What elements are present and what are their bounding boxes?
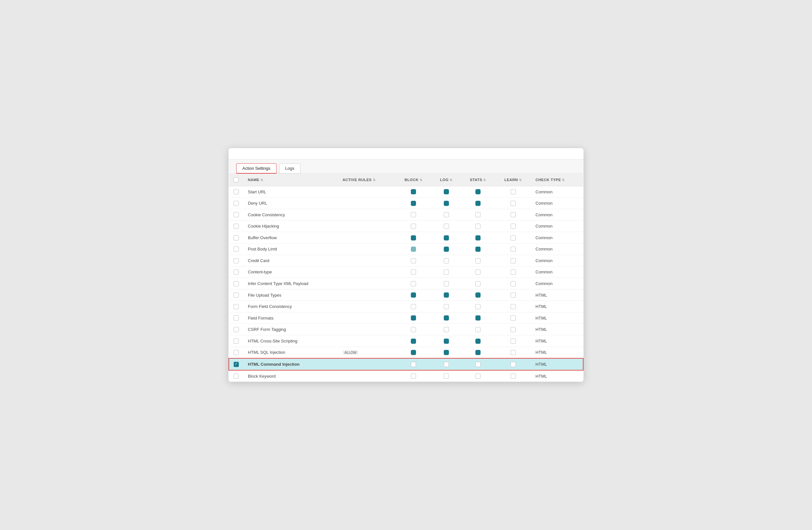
block-checkbox[interactable] <box>411 339 416 344</box>
table-row[interactable]: Cookie HijackingCommon <box>229 220 583 232</box>
learn-checkbox[interactable] <box>510 304 516 309</box>
learn-checkbox[interactable] <box>510 339 516 344</box>
learn-checkbox[interactable] <box>510 270 516 275</box>
stats-checkbox[interactable] <box>475 270 481 275</box>
log-checkbox[interactable] <box>444 292 449 298</box>
learn-checkbox[interactable] <box>510 235 516 241</box>
stats-checkbox[interactable] <box>475 201 481 206</box>
block-checkbox[interactable] <box>411 350 416 355</box>
tab-logs[interactable]: Logs <box>279 163 301 174</box>
stats-checkbox[interactable] <box>475 362 481 367</box>
block-checkbox[interactable] <box>411 281 416 286</box>
block-checkbox[interactable] <box>411 327 416 332</box>
block-checkbox[interactable] <box>411 304 416 309</box>
table-row[interactable]: Block KeywordHTML <box>229 370 583 382</box>
col-header-name[interactable]: NAME <box>243 174 338 186</box>
col-header-stats[interactable]: STATS <box>461 174 495 186</box>
log-checkbox[interactable] <box>444 339 449 344</box>
row-checkbox[interactable] <box>234 292 239 298</box>
learn-checkbox[interactable] <box>510 350 516 355</box>
log-checkbox[interactable] <box>444 373 449 378</box>
table-row[interactable]: Field FormatsHTML <box>229 312 583 324</box>
block-checkbox[interactable] <box>411 201 416 206</box>
stats-checkbox[interactable] <box>475 247 481 252</box>
select-all-checkbox[interactable] <box>233 177 238 182</box>
block-checkbox[interactable] <box>411 212 416 217</box>
block-checkbox[interactable] <box>411 292 416 298</box>
learn-checkbox[interactable] <box>510 224 516 229</box>
table-row[interactable]: Buffer OverflowCommon <box>229 232 583 243</box>
log-checkbox[interactable] <box>444 281 449 286</box>
stats-checkbox[interactable] <box>475 281 481 286</box>
log-checkbox[interactable] <box>444 201 449 206</box>
block-checkbox[interactable] <box>411 270 416 275</box>
stats-checkbox[interactable] <box>475 373 481 378</box>
block-checkbox[interactable] <box>411 373 416 378</box>
table-row[interactable]: HTML Cross-Site ScriptingHTML <box>229 335 583 347</box>
log-checkbox[interactable] <box>444 315 449 320</box>
stats-checkbox[interactable] <box>475 327 481 332</box>
close-button[interactable] <box>572 154 576 155</box>
table-row[interactable]: CSRF Form TaggingHTML <box>229 324 583 335</box>
col-header-active_rules[interactable]: ACTIVE RULES <box>338 174 395 186</box>
block-checkbox[interactable] <box>411 315 416 320</box>
table-row[interactable]: Cookie ConsistencyCommon <box>229 209 583 220</box>
table-row[interactable]: Content-typeCommon <box>229 266 583 278</box>
row-checkbox[interactable] <box>234 350 239 355</box>
learn-checkbox[interactable] <box>510 373 516 378</box>
learn-checkbox[interactable] <box>510 327 516 332</box>
table-row[interactable]: File Upload TypesHTML <box>229 289 583 301</box>
log-checkbox[interactable] <box>444 327 449 332</box>
table-row[interactable]: HTML SQL InjectionALLOWHTML <box>229 347 583 358</box>
row-checkbox[interactable] <box>234 201 239 206</box>
block-checkbox[interactable] <box>411 362 416 367</box>
stats-checkbox[interactable] <box>475 235 481 241</box>
col-header-learn[interactable]: LEARN <box>495 174 531 186</box>
row-checkbox[interactable] <box>234 258 239 263</box>
stats-checkbox[interactable] <box>475 224 481 229</box>
log-checkbox[interactable] <box>444 235 449 241</box>
row-checkbox[interactable] <box>234 362 239 367</box>
stats-checkbox[interactable] <box>475 339 481 344</box>
table-row[interactable]: HTML Command InjectionHTML <box>229 358 583 370</box>
log-checkbox[interactable] <box>444 304 449 309</box>
learn-checkbox[interactable] <box>510 247 516 252</box>
stats-checkbox[interactable] <box>475 292 481 298</box>
log-checkbox[interactable] <box>444 212 449 217</box>
stats-checkbox[interactable] <box>475 315 481 320</box>
col-header-block[interactable]: BLOCK <box>395 174 432 186</box>
learn-checkbox[interactable] <box>510 292 516 298</box>
row-checkbox[interactable] <box>234 304 239 309</box>
row-checkbox[interactable] <box>234 224 239 229</box>
block-checkbox[interactable] <box>411 247 416 252</box>
stats-checkbox[interactable] <box>475 189 481 194</box>
log-checkbox[interactable] <box>444 362 449 367</box>
stats-checkbox[interactable] <box>475 304 481 309</box>
tab-action-settings[interactable]: Action Settings <box>236 163 277 174</box>
log-checkbox[interactable] <box>444 350 449 355</box>
row-checkbox[interactable] <box>234 270 239 275</box>
block-checkbox[interactable] <box>411 235 416 241</box>
row-checkbox[interactable] <box>234 281 239 286</box>
log-checkbox[interactable] <box>444 224 449 229</box>
table-row[interactable]: Credit CardCommon <box>229 255 583 267</box>
stats-checkbox[interactable] <box>475 212 481 217</box>
table-row[interactable]: Start URLCommon <box>229 186 583 198</box>
stats-checkbox[interactable] <box>475 258 481 263</box>
log-checkbox[interactable] <box>444 189 449 194</box>
col-header-check_type[interactable]: CHECK TYPE <box>531 174 583 186</box>
row-checkbox[interactable] <box>234 235 239 241</box>
log-checkbox[interactable] <box>444 258 449 263</box>
row-checkbox[interactable] <box>234 339 239 344</box>
row-checkbox[interactable] <box>234 189 239 194</box>
row-checkbox[interactable] <box>234 327 239 332</box>
row-checkbox[interactable] <box>234 212 239 217</box>
learn-checkbox[interactable] <box>510 201 516 206</box>
row-checkbox[interactable] <box>234 373 239 378</box>
learn-checkbox[interactable] <box>510 258 516 263</box>
row-checkbox[interactable] <box>234 247 239 252</box>
log-checkbox[interactable] <box>444 247 449 252</box>
block-checkbox[interactable] <box>411 258 416 263</box>
learn-checkbox[interactable] <box>510 315 516 320</box>
table-row[interactable]: Infer Content Type XML PayloadCommon <box>229 278 583 289</box>
